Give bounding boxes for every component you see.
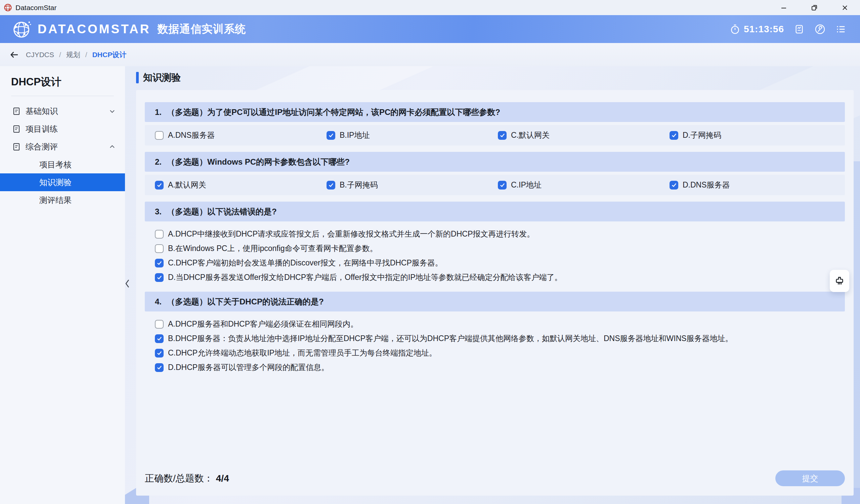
option[interactable]: A.DHCP中继接收到DHCP请求或应答报文后，会重新修改报文格式并生成一个新的… [155,227,845,241]
timer-value: 51:13:56 [744,24,784,34]
tools-button[interactable] [814,24,826,35]
checkbox[interactable] [670,131,678,140]
option-label: A.默认网关 [168,180,206,190]
option[interactable]: D.当DHCP服务器发送Offer报文给DHCP客户端后，Offer报文中指定的… [155,270,845,285]
option[interactable]: D.子网掩码 [670,130,835,141]
minimize-button[interactable] [768,0,799,15]
checkbox[interactable] [327,131,335,140]
checkbox[interactable] [155,230,163,239]
quiz-panel: 1. （多选题）为了使PC可以通过IP地址访问某个特定网站，该PC的网卡必须配置… [136,90,854,495]
sidebar-item-project-training[interactable]: 项目训练 [0,120,125,138]
system-name: 数据通信实训系统 [158,22,246,37]
option[interactable]: D.DNS服务器 [670,180,835,190]
option-label: A.DNS服务器 [168,130,215,141]
question-header: 2. （多选题）Windows PC的网卡参数包含以下哪些? [145,152,845,172]
network-globe-icon [3,3,12,12]
checkbox[interactable] [498,131,506,140]
restore-button[interactable] [799,0,829,15]
question-text: 为了使PC可以通过IP地址访问某个特定网站，该PC的网卡必须配置以下哪些参数? [207,107,500,118]
option-label: C.IP地址 [511,180,542,190]
checkbox[interactable] [155,244,163,253]
stopwatch-icon [730,24,741,34]
option[interactable]: A.默认网关 [155,180,327,190]
question-number: 2. [155,157,161,167]
checkbox[interactable] [155,363,163,372]
sidebar-item-assessment-result[interactable]: 测评结果 [0,191,125,209]
exam-timer: 51:13:56 [730,24,784,34]
option[interactable]: B.在Windows PC上，使用ipconfig命令可查看网卡配置参数。 [155,241,845,256]
question-header: 3. （多选题）以下说法错误的是? [145,202,845,221]
checkbox[interactable] [155,320,163,329]
option[interactable]: C.IP地址 [498,180,670,190]
brand: DATACOMSTAR 数据通信实训系统 [0,19,246,40]
question-options: A.默认网关 B.子网掩码 C.IP地址 D.DNS服务器 [145,175,845,195]
checkbox-check-icon [157,336,162,341]
checkbox-check-icon [328,132,334,138]
question-number: 4. [155,297,161,306]
option-label: C.DHCP客户端初始时会发送单播的Discover报文，在网络中寻找DHCP服… [168,258,443,268]
os-titlebar: DatacomStar [0,0,860,15]
option-label: B.DHCP服务器：负责从地址池中选择IP地址分配至DHCP客户端，还可以为DH… [168,333,733,344]
clear-annotations-button[interactable] [830,270,849,292]
brush-icon [834,275,845,287]
sidebar-item-project-exam[interactable]: 项目考核 [0,156,125,173]
option-label: C.默认网关 [511,130,549,141]
option-label: B.子网掩码 [340,180,378,190]
checkbox[interactable] [155,334,163,343]
question-options: A.DHCP服务器和DHCP客户端必须保证在相同网段内。 B.DHCP服务器：负… [145,317,845,375]
sidebar: DHCP设计 基础知识 项目训练 [0,66,125,504]
restore-icon [810,4,818,12]
report-button[interactable] [793,24,805,35]
menu-button[interactable] [835,24,847,35]
sidebar-menu: 基础知识 项目训练 综合测评 [0,102,125,209]
titlebar-app-identity: DatacomStar [0,3,57,12]
question-text: Windows PC的网卡参数包含以下哪些? [207,157,350,167]
list-icon [835,24,847,35]
checkbox[interactable] [155,273,163,282]
question-type: （多选题） [167,296,207,307]
collapse-left-icon [124,278,131,289]
checkbox-check-icon [328,182,334,188]
option-label: D.当DHCP服务器发送Offer报文给DHCP客户端后，Offer报文中指定的… [168,272,562,283]
score-value: 4/4 [216,473,229,484]
titlebar-app-name: DatacomStar [15,4,57,12]
option[interactable]: B.子网掩码 [327,180,498,190]
checkbox[interactable] [670,181,678,189]
option[interactable]: B.IP地址 [327,130,498,141]
back-button[interactable] [10,50,19,60]
minimize-icon [780,4,788,12]
doc-icon [12,107,21,116]
option[interactable]: C.默认网关 [498,130,670,141]
checkbox[interactable] [498,181,506,189]
brand-wordmark: DATACOMSTAR [38,22,151,36]
checkbox[interactable] [327,181,335,189]
option[interactable]: C.DHCP允许终端动态地获取IP地址，而无需管理员手工为每台终端指定地址。 [155,346,845,360]
option[interactable]: C.DHCP客户端初始时会发送单播的Discover报文，在网络中寻找DHCP服… [155,256,845,270]
app-window: DatacomStar [0,0,860,504]
breadcrumb: CJYDCS / 规划 / DHCP设计 [0,43,860,66]
option[interactable]: A.DNS服务器 [155,130,327,141]
checkbox[interactable] [155,181,163,189]
sidebar-item-basic-knowledge[interactable]: 基础知识 [0,102,125,120]
breadcrumb-item[interactable]: CJYDCS [26,51,54,59]
question-number: 3. [155,207,161,216]
sidebar-item-knowledge-test[interactable]: 知识测验 [0,173,125,191]
option[interactable]: D.DHCP服务器可以管理多个网段的配置信息。 [155,360,845,375]
checkbox[interactable] [155,131,163,140]
option[interactable]: A.DHCP服务器和DHCP客户端必须保证在相同网段内。 [155,317,845,331]
option[interactable]: B.DHCP服务器：负责从地址池中选择IP地址分配至DHCP客户端，还可以为DH… [155,331,845,346]
page-title: 知识测验 [143,71,181,84]
question-header: 4. （多选题）以下关于DHCP的说法正确的是? [145,292,845,312]
sidebar-collapse-handle[interactable] [123,276,132,291]
sidebar-item-comprehensive-assessment[interactable]: 综合测评 [0,138,125,156]
breadcrumb-item[interactable]: 规划 [66,50,80,59]
tools-icon [814,24,826,35]
question-type: （多选题） [167,206,207,217]
submit-button[interactable]: 提交 [775,471,845,486]
checkbox[interactable] [155,349,163,358]
close-button[interactable] [829,0,860,15]
checkbox[interactable] [155,259,163,268]
question-options: A.DHCP中继接收到DHCP请求或应答报文后，会重新修改报文格式并生成一个新的… [145,227,845,285]
option-label: C.DHCP允许终端动态地获取IP地址，而无需管理员手工为每台终端指定地址。 [168,348,437,358]
option-label: B.在Windows PC上，使用ipconfig命令可查看网卡配置参数。 [168,243,377,254]
